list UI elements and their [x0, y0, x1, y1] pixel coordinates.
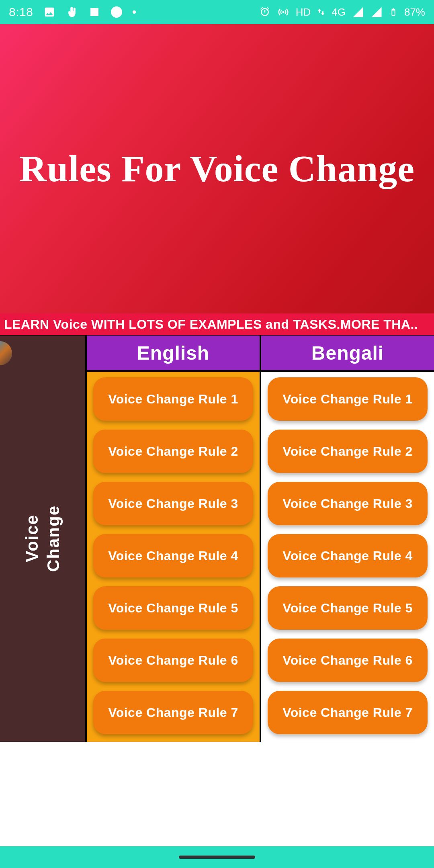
rule-button[interactable]: Voice Change Rule 6	[93, 639, 253, 682]
rules-list-english[interactable]: Voice Change Rule 1 Voice Change Rule 2 …	[87, 372, 260, 742]
column-bengali: Bengali Voice Change Rule 1 Voice Change…	[261, 336, 434, 742]
gallery-icon	[43, 6, 55, 18]
navigation-bar[interactable]	[0, 846, 434, 868]
column-header-english[interactable]: English	[87, 336, 260, 372]
rules-table: Voice Change English Voice Change Rule 1…	[0, 335, 434, 742]
alarm-icon	[259, 6, 271, 18]
hero-banner: Rules For Voice Change	[0, 24, 434, 313]
rule-button[interactable]: Voice Change Rule 5	[93, 586, 253, 630]
globe-icon	[0, 341, 12, 365]
rules-list-bengali[interactable]: Voice Change Rule 1 Voice Change Rule 2 …	[261, 372, 434, 742]
hand-icon	[66, 6, 78, 18]
signal-icon-1	[352, 6, 364, 18]
sidebar-label: Voice Change	[22, 505, 64, 572]
rule-button[interactable]: Voice Change Rule 6	[268, 639, 428, 682]
page-title: Rules For Voice Change	[11, 148, 423, 189]
rule-button[interactable]: Voice Change Rule 2	[93, 430, 253, 473]
rule-button[interactable]: Voice Change Rule 5	[268, 586, 428, 630]
rule-button[interactable]: Voice Change Rule 3	[268, 482, 428, 525]
sidebar-column: Voice Change	[0, 336, 87, 742]
status-network: 4G	[332, 6, 346, 18]
hotspot-icon	[277, 6, 289, 18]
app-circle-icon	[111, 6, 122, 18]
status-hd: HD	[296, 6, 311, 18]
marquee-banner: LEARN Voice WITH LOTS OF EXAMPLES and TA…	[0, 313, 434, 335]
rule-button[interactable]: Voice Change Rule 3	[93, 482, 253, 525]
rule-button[interactable]: Voice Change Rule 1	[93, 377, 253, 421]
battery-icon	[389, 6, 398, 18]
data-arrows-icon	[317, 6, 325, 18]
marquee-text: LEARN Voice WITH LOTS OF EXAMPLES and TA…	[4, 317, 418, 332]
rule-button[interactable]: Voice Change Rule 7	[268, 691, 428, 734]
footer-blank	[0, 742, 434, 846]
column-english: English Voice Change Rule 1 Voice Change…	[87, 336, 261, 742]
rule-button[interactable]: Voice Change Rule 4	[268, 534, 428, 577]
rule-button[interactable]: Voice Change Rule 4	[93, 534, 253, 577]
rule-button[interactable]: Voice Change Rule 7	[93, 691, 253, 734]
column-header-bengali[interactable]: Bengali	[261, 336, 434, 372]
more-dot-icon	[133, 10, 136, 14]
status-time: 8:18	[9, 5, 33, 19]
signal-icon-2	[371, 6, 383, 18]
status-bar: 8:18 HD 4G 87%	[0, 0, 434, 24]
document-icon	[88, 6, 100, 18]
home-handle-icon[interactable]	[179, 856, 255, 859]
rule-button[interactable]: Voice Change Rule 2	[268, 430, 428, 473]
rule-button[interactable]: Voice Change Rule 1	[268, 377, 428, 421]
status-battery: 87%	[404, 6, 425, 18]
